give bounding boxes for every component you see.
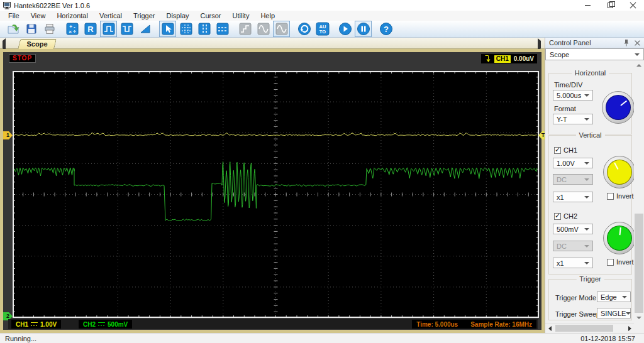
panel-close-icon[interactable] xyxy=(635,40,640,46)
chevron-down-icon xyxy=(584,118,589,121)
help-button[interactable]: ? xyxy=(377,21,394,37)
format-label: Format xyxy=(554,105,576,112)
chevron-down-icon xyxy=(584,178,589,181)
svg-text:R: R xyxy=(87,24,94,34)
panel-vertical-scrollbar[interactable] xyxy=(634,60,644,323)
time-per-div: Time: 5.000us xyxy=(416,321,458,328)
tab-scope[interactable]: Scope xyxy=(18,39,57,50)
ch2-scale-readout: CH2 500mV xyxy=(79,320,132,329)
menu-vertical[interactable]: Vertical xyxy=(94,11,128,21)
ch1-position-knob[interactable] xyxy=(603,156,636,188)
cursor-arrow-icon xyxy=(162,23,174,35)
sine-wave-2-button[interactable] xyxy=(273,21,290,37)
app-icon xyxy=(3,2,11,9)
menu-display[interactable]: Display xyxy=(160,11,194,21)
menu-cursor[interactable]: Cursor xyxy=(195,11,227,21)
menu-horizontal[interactable]: Horizontal xyxy=(51,11,94,21)
step-wave-button[interactable] xyxy=(236,21,253,37)
ch2-position-knob[interactable] xyxy=(603,222,636,254)
scope-display: STOP CH1 0.00uV 1 T 2 CH1 1.00V CH2 500m… xyxy=(0,49,545,333)
auto-set-button[interactable]: AUTO xyxy=(314,21,331,37)
ch1-probe-select[interactable]: x1 xyxy=(553,192,593,202)
math-button[interactable]: + -× ÷ xyxy=(64,21,80,37)
close-button[interactable] xyxy=(621,0,644,11)
print-button[interactable] xyxy=(41,21,58,37)
pin-icon[interactable] xyxy=(623,39,630,46)
menu-view[interactable]: View xyxy=(25,11,52,21)
horizontal-cursor-button[interactable] xyxy=(214,21,231,37)
cursor-select-button[interactable] xyxy=(159,21,176,37)
trigger-mode-select[interactable]: Edge xyxy=(597,291,631,302)
chevron-down-icon xyxy=(584,228,589,231)
ch1-enable-checkbox[interactable] xyxy=(554,147,561,154)
ch2-enable-checkbox[interactable] xyxy=(554,213,561,220)
minimize-button[interactable] xyxy=(576,0,599,11)
ch1-position-marker[interactable]: 1 xyxy=(3,131,13,139)
auto-set-icon: AUTO xyxy=(316,22,330,36)
format-select[interactable]: Y-T xyxy=(553,114,593,124)
dc-coupling-icon xyxy=(98,322,105,327)
ch1-enable-row: CH1 xyxy=(554,146,577,154)
refresh-button[interactable] xyxy=(296,21,313,37)
ch1-scale-readout: CH1 1.00V xyxy=(11,320,61,329)
chevron-down-icon xyxy=(584,262,589,264)
window-titlebar: Hantek6022BE Ver 1.0.6 xyxy=(0,0,644,11)
panel-horizontal-scrollbar[interactable] xyxy=(545,323,634,333)
menu-file[interactable]: File xyxy=(3,11,25,21)
ch2-invert-checkbox[interactable] xyxy=(607,259,614,266)
horizontal-position-knob[interactable] xyxy=(602,91,635,124)
menu-help[interactable]: Help xyxy=(255,11,280,21)
pulse-fall-button[interactable] xyxy=(118,21,135,37)
ch2-probe-select[interactable]: x1 xyxy=(553,258,593,268)
menubar: File View Horizontal Vertical Trigger Di… xyxy=(0,11,644,21)
svg-text:× ÷: × ÷ xyxy=(69,29,76,35)
vertical-group: Vertical CH1 1.00V DC x1 Invert CH2 500m… xyxy=(548,135,632,275)
save-icon xyxy=(25,23,38,35)
ramp-button[interactable] xyxy=(136,21,153,37)
ch2-scale-select[interactable]: 500mV xyxy=(553,224,593,234)
close-icon xyxy=(630,2,636,9)
knob-pointer xyxy=(619,227,621,235)
timebase-readout: Time: 5.000us Sample Rate: 16MHz xyxy=(412,320,536,329)
scrollbar-thumb[interactable] xyxy=(635,214,643,314)
sample-rate: Sample Rate: 16MHz xyxy=(470,321,532,328)
grid-cursor-button[interactable] xyxy=(177,21,194,37)
timediv-label: Time/DIV xyxy=(554,81,582,89)
save-button[interactable] xyxy=(23,21,40,37)
scrollbar-thumb[interactable] xyxy=(555,325,613,332)
tab-scroll-left-button[interactable] xyxy=(3,41,6,48)
knob-pointer xyxy=(620,101,627,106)
play-icon xyxy=(338,22,352,36)
svg-text:?: ? xyxy=(384,24,389,34)
math-icon: + -× ÷ xyxy=(66,23,79,35)
scroll-down-button[interactable] xyxy=(634,313,644,323)
tabbar: Scope xyxy=(0,38,545,49)
pause-button[interactable] xyxy=(355,21,372,37)
start-button[interactable] xyxy=(336,21,353,37)
trigger-sweep-select[interactable]: SINGLE xyxy=(597,308,631,318)
scroll-left-button[interactable] xyxy=(545,325,554,332)
ch1-scale-select[interactable]: 1.00V xyxy=(553,158,593,168)
status-datetime: 01-12-2018 15:57 xyxy=(580,335,635,342)
restore-button[interactable] xyxy=(599,0,621,11)
scroll-right-button[interactable] xyxy=(625,325,634,332)
up-arrow-icon xyxy=(636,64,641,67)
vertical-cursor-button[interactable] xyxy=(196,21,213,37)
timediv-select[interactable]: 5.000us xyxy=(553,90,593,101)
scroll-up-button[interactable] xyxy=(634,60,644,70)
panel-mode-select[interactable]: Scope xyxy=(545,48,644,60)
tab-scroll-right-button[interactable] xyxy=(538,41,541,48)
control-panel-header: Control Panel xyxy=(545,38,644,48)
menu-trigger[interactable]: Trigger xyxy=(128,11,160,21)
open-button[interactable] xyxy=(4,21,21,37)
pulse-rise-button[interactable] xyxy=(100,21,117,37)
menu-utility[interactable]: Utility xyxy=(227,11,255,21)
sine-wave-button[interactable] xyxy=(255,21,272,37)
help-icon: ? xyxy=(379,22,393,36)
grid-icon xyxy=(180,23,192,35)
sine-wave-icon xyxy=(275,23,288,35)
ch1-invert-checkbox[interactable] xyxy=(607,193,614,200)
trigger-edge-icon xyxy=(484,54,491,63)
reference-button[interactable]: R xyxy=(82,21,99,37)
horizontal-cursors-icon xyxy=(216,23,229,35)
